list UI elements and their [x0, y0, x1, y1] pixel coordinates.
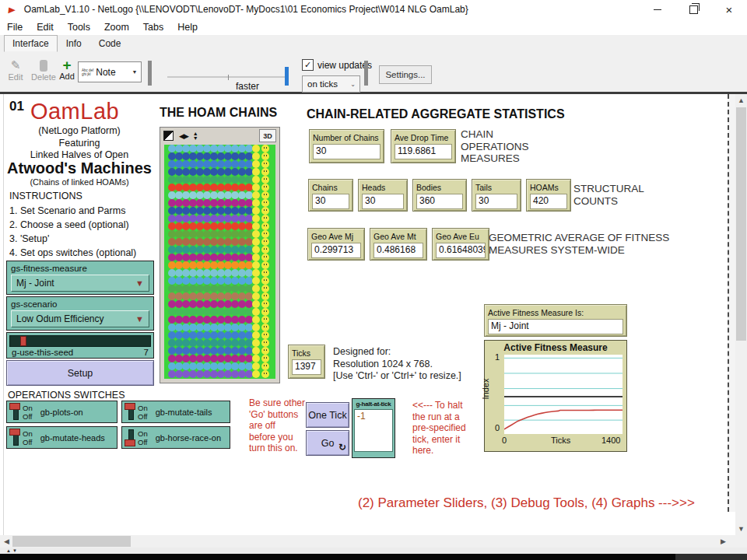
- smiley-agent-icon: [261, 215, 269, 222]
- switch-toggle[interactable]: [124, 403, 136, 421]
- vertical-scroll-thumb[interactable]: [736, 107, 746, 341]
- edit-widget-button[interactable]: ✎ Edit: [4, 58, 27, 82]
- chooser-scenario[interactable]: gs-scenario Low Odum Efficiency ▼: [6, 296, 154, 331]
- menu-tabs[interactable]: Tabs: [136, 20, 170, 34]
- seed-slider[interactable]: g-use-this-seed 7: [6, 332, 154, 359]
- note-line: CHAIN: [461, 128, 529, 141]
- update-mode-select[interactable]: on ticks ⌄: [302, 75, 360, 93]
- seed-slider-track[interactable]: [9, 335, 151, 347]
- view-3d-button[interactable]: 3D: [259, 129, 276, 142]
- monitor-bodies: Bodies360: [412, 179, 467, 212]
- scroll-left-icon[interactable]: ◀: [1, 537, 12, 545]
- command-center-splitter[interactable]: ▲▼: [0, 548, 747, 554]
- menu-zoom[interactable]: Zoom: [97, 20, 136, 34]
- horizontal-arrows-icon[interactable]: ◀▶: [179, 132, 188, 140]
- note-line: before you: [249, 432, 305, 443]
- switch-gb-mutate-heads[interactable]: OnOffgb-mutate-heads: [6, 426, 117, 449]
- switch-handle[interactable]: [9, 403, 20, 410]
- halt-at-tick-input[interactable]: g-halt-at-tick -1: [352, 398, 395, 458]
- chevron-down-icon: ⌄: [350, 81, 356, 88]
- delete-widget-button[interactable]: Delete: [28, 58, 59, 82]
- close-icon: ×: [726, 4, 733, 16]
- halt-at-tick-value[interactable]: -1: [354, 409, 393, 452]
- note-line: 4. Set ops switches (optional): [9, 246, 136, 260]
- chooser-scenario-value[interactable]: Low Odum Efficiency ▼: [11, 310, 149, 327]
- tail-dot: [252, 176, 260, 184]
- monitor-label: Bodies: [413, 180, 466, 193]
- smiley-agent-icon: [261, 300, 269, 308]
- switch-toggle[interactable]: [9, 403, 21, 421]
- settings-button[interactable]: Settings...: [379, 65, 432, 84]
- operations-switches-title: OPERATIONS SWITCHES: [8, 390, 124, 401]
- switch-gb-mutate-tails[interactable]: OnOffgb-mutate-tails: [121, 401, 230, 423]
- smiley-agent-icon: [261, 152, 269, 160]
- close-button[interactable]: ×: [711, 0, 747, 19]
- switch-handle[interactable]: [9, 429, 20, 436]
- subtitle-featuring: Featuring: [3, 138, 156, 149]
- widget-type-select[interactable]: Abc def ghi jkl Note ▼: [78, 61, 142, 82]
- menu-file[interactable]: File: [0, 20, 30, 34]
- tail-dot: [252, 370, 260, 378]
- vertical-arrows-icon[interactable]: ▲▼: [193, 131, 198, 140]
- chooser-arrow-icon: ▼: [135, 278, 144, 288]
- tail-dot: [252, 269, 260, 277]
- view-updates-checkbox[interactable]: ✓: [302, 59, 314, 71]
- vertical-scrollbar[interactable]: ▲ ▼: [735, 94, 747, 535]
- note-widget-icon: Abc def ghi jkl: [82, 68, 93, 76]
- view-updates-row: ✓ view updates: [302, 59, 372, 71]
- chain-row: [164, 308, 275, 316]
- switch-handle[interactable]: [124, 403, 135, 410]
- go-button[interactable]: Go ↻: [306, 430, 349, 456]
- speed-slider-handle[interactable]: [285, 67, 289, 86]
- chain-row: [164, 355, 275, 362]
- tail-dot: [252, 207, 260, 215]
- structural-note: STRUCTURALCOUNTS: [573, 183, 644, 207]
- chain-row: [164, 207, 275, 215]
- tab-interface[interactable]: Interface: [4, 35, 58, 52]
- smiley-agent-icon: [261, 269, 269, 277]
- minimize-button[interactable]: [640, 0, 675, 19]
- tail-dot: [252, 362, 260, 370]
- tail-dot: [252, 339, 260, 347]
- switch-handle[interactable]: [124, 439, 135, 446]
- note-line: OPERATIONS: [461, 141, 529, 153]
- chain-row: [164, 292, 275, 300]
- tab-code[interactable]: Code: [90, 35, 130, 52]
- menu-edit[interactable]: Edit: [30, 20, 61, 34]
- restore-button[interactable]: [675, 0, 711, 19]
- switch-toggle[interactable]: [9, 429, 21, 446]
- monitor-geo-ave-mj: Geo Ave Mj0.299713: [307, 228, 365, 261]
- note-line: STRUCTURAL: [573, 183, 644, 195]
- scroll-down-icon[interactable]: ▼: [735, 525, 747, 533]
- monitor-value: 119.6861: [395, 144, 452, 159]
- chain-row: [164, 331, 275, 339]
- menu-help[interactable]: Help: [170, 20, 205, 34]
- menu-tools[interactable]: Tools: [61, 20, 97, 34]
- horizontal-scrollbar[interactable]: ◀ ▶: [0, 535, 732, 548]
- horizontal-scroll-thumb[interactable]: [12, 536, 131, 547]
- toolbar: ✎ Edit Delete + Add Abc def ghi jkl Note…: [0, 52, 747, 94]
- smiley-agent-icon: [261, 199, 269, 207]
- splitter-arrows-icon[interactable]: ▲▼: [6, 548, 19, 553]
- switch-gb-plots-on[interactable]: OnOffgb-plots-on: [6, 401, 117, 423]
- note-line: COUNTS: [573, 195, 644, 208]
- smiley-agent-icon: [261, 308, 269, 316]
- world-view[interactable]: [164, 145, 275, 379]
- chooser-fitness-value[interactable]: Mj - Joint ▼: [11, 275, 149, 292]
- switch-toggle[interactable]: [124, 429, 136, 446]
- switch-on-off-labels: OnOff: [138, 404, 148, 421]
- setup-button[interactable]: Setup: [6, 360, 154, 386]
- tail-dot: [252, 222, 260, 230]
- scroll-up-icon[interactable]: ▲: [735, 96, 747, 104]
- switch-gb-horse-race-on[interactable]: OnOffgb-horse-race-on: [121, 426, 230, 449]
- tab-info[interactable]: Info: [58, 35, 90, 52]
- view-diagonal-icon[interactable]: [163, 131, 174, 141]
- monitor-geo-ave-mt: Geo Ave Mt0.486168: [370, 228, 427, 261]
- one-tick-button[interactable]: One Tick: [306, 402, 349, 428]
- seed-slider-handle[interactable]: [20, 336, 26, 346]
- add-widget-button[interactable]: + Add: [56, 58, 78, 81]
- speed-slider-track[interactable]: [167, 76, 286, 78]
- scroll-right-icon[interactable]: ▶: [717, 537, 729, 545]
- chooser-fitness-measure[interactable]: gs-fitness-measure Mj - Joint ▼: [6, 261, 154, 295]
- go-warning-note: Be sure other'Go' buttonsare offbefore y…: [249, 397, 305, 454]
